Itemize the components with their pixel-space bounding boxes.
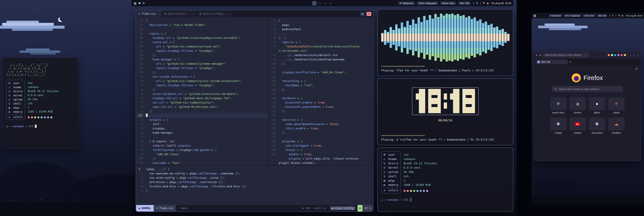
clock-widget[interactable]: Thu Aug 08, 18:18	[626, 15, 642, 17]
shortcut-search.nixos[interactable]: ❄search.nixos	[550, 97, 566, 114]
new-tab-button[interactable]: +	[570, 60, 571, 64]
shortcut-amazon[interactable]: aamazon	[570, 97, 586, 114]
visualizer-bar	[420, 22, 423, 53]
minimize-button[interactable]: ─	[630, 54, 631, 56]
status-pill[interactable]: P: Balanced	[549, 14, 562, 17]
shortcut-chat.openai[interactable]: ❋chat.openai	[589, 117, 605, 134]
bluetooth-icon[interactable]: ᛒ	[480, 2, 481, 5]
visualizer-bar	[454, 15, 456, 60]
workspace-tag-4[interactable]: 4	[328, 1, 332, 5]
vpn-icon[interactable]: ⚑	[618, 15, 620, 17]
pane-iso-image[interactable]: 1{2 pkgs,3 modulesPath,4 ...5}: {6 impor…	[269, 17, 373, 165]
tab-close-icon[interactable]: ×	[158, 13, 159, 15]
visualizer-bar	[392, 30, 395, 45]
fetch-row-user: ☻user	[384, 153, 398, 157]
power-icon[interactable]: ◉	[622, 15, 624, 17]
tab-close-icon[interactable]: ×	[230, 13, 231, 15]
launcher-icon[interactable]: ▦	[134, 2, 136, 5]
power-icon[interactable]: ◉	[487, 2, 489, 5]
shell-icon: $	[8, 102, 12, 105]
status-pill[interactable]: GPU: Integrated	[417, 1, 438, 5]
repo-segment[interactable]: ◉nixos-config	[330, 206, 355, 210]
close-button[interactable]: ×	[637, 54, 638, 56]
layout-icon[interactable]	[138, 2, 140, 4]
network-icon[interactable]: ⇅	[612, 15, 614, 17]
shortcut-chatgpt[interactable]: ❋chatgpt	[550, 117, 566, 134]
shortcut-cloudflare[interactable]: ☁cloudflare	[608, 117, 625, 134]
extension-icon[interactable]	[611, 54, 613, 56]
vim-icon: ◆	[138, 207, 140, 210]
fetch-row-hname: ⌂hname	[384, 157, 398, 161]
editor-tab[interactable]: ❄pkgs/default...×	[162, 10, 197, 17]
shell-prompt[interactable]: ⌂ → canopus ~ )))	[6, 125, 74, 128]
shell-prompt[interactable]: ⌂ → canopus ~ )))	[381, 198, 510, 201]
network-icon[interactable]: ⇅	[476, 2, 478, 5]
fetch-value-pkgs: 1	[404, 178, 437, 183]
window-controls: ─□×	[630, 54, 638, 56]
status-pill[interactable]: Bat: 100	[458, 1, 471, 5]
fetch-panel[interactable]: ☻user⌂hname❄distro⚙kernel◷uptime$shell▣p…	[377, 147, 513, 212]
shortcut-youtube[interactable]: ▶youtube	[570, 117, 586, 134]
shortcut-github[interactable]: ●github	[589, 97, 605, 114]
newtab-settings-icon[interactable]: ⚙	[635, 67, 638, 71]
volume-icon[interactable]: ♫	[472, 2, 474, 5]
code-line: 7 "${modulesPath}/installer/cd-dvd/insta…	[269, 44, 373, 49]
code-line: 3 nur.url = "github:nix-community/nur";	[136, 100, 268, 105]
editor-tab[interactable]: ❄hosts/isoImag...×	[197, 10, 234, 17]
tab-label: hosts/isoImag...	[202, 12, 228, 15]
editor-tab[interactable]: ❄flake.nix×	[136, 10, 162, 17]
extension-icon[interactable]	[621, 54, 623, 56]
account-icon[interactable]: ●	[536, 54, 538, 56]
workspace-tag-3[interactable]: 3	[323, 1, 327, 5]
pane-flake-nix[interactable]: 22{21 description = "tux's NixOS Flake";…	[136, 17, 269, 165]
kernel-icon: ⚙	[8, 94, 12, 97]
status-pill[interactable]: Bat: 100	[597, 14, 607, 17]
workspace-tag-1[interactable]: 1	[312, 1, 316, 5]
code-line: 22	[269, 113, 373, 118]
status-pill[interactable]: GPU: Integrated	[564, 14, 581, 17]
extension-icon[interactable]	[624, 54, 626, 56]
code-line: 21 description = "tux's NixOS Flake";	[136, 23, 268, 27]
statusbar-widgets: P: BalancedGPU: IntegratedHome: 6msBat: …	[549, 14, 642, 17]
fetch-label: hname	[13, 86, 21, 89]
shortcut-claude[interactable]: ✳claude	[608, 97, 625, 114]
code-line: 24 sudo.wheelNeedsPassword = false;	[269, 122, 373, 126]
buffer-close-button[interactable]: ×	[366, 12, 371, 16]
volume-icon[interactable]: ♫	[609, 15, 611, 17]
visualizer-bar	[415, 24, 417, 51]
url-bar[interactable]: Search with Google or enter address	[542, 53, 589, 57]
music-visualizer-panel[interactable]: ======================> Playing: ffee fo…	[377, 9, 513, 76]
workspace-tag-2[interactable]: 2	[318, 1, 322, 5]
maximize-button[interactable]: □	[634, 54, 635, 56]
music-note-icon: ♪	[444, 138, 447, 141]
extension-icon[interactable]	[618, 54, 620, 56]
editor-window[interactable]: ❄flake.nix×❄pkgs/default...×❄hosts/isoIm…	[136, 10, 374, 212]
pane-pkgs-default[interactable]: 1{pkgs, ...}: {1 tux-awesome-wm-config =…	[136, 165, 373, 205]
moon	[58, 17, 63, 22]
status-pill[interactable]: P: Balanced	[398, 1, 415, 5]
clock-widget[interactable]: Thu Aug 08, 18:18	[491, 2, 511, 5]
user-icon: ☻	[384, 153, 386, 157]
tab-new-tab[interactable]: New Tab	[536, 60, 568, 65]
repo-name: nixos-config	[335, 207, 354, 210]
search-input[interactable]: Search with Google or enter address	[552, 86, 623, 92]
status-pill[interactable]: Home: 8ms	[440, 1, 456, 5]
launcher-icon[interactable]: ▦	[533, 14, 536, 17]
status-pill[interactable]: Home: 6ms	[583, 14, 596, 17]
buffer-pick-button[interactable]: ◉	[360, 12, 365, 16]
tab-close-icon[interactable]: ×	[193, 13, 194, 15]
code-text: networking = {	[279, 79, 306, 83]
code-line: 13	[269, 75, 373, 79]
bluetooth-icon[interactable]: ᛒ	[615, 15, 617, 17]
code-line: 9 nix-vscode-extensions = {	[136, 75, 268, 79]
extension-icon[interactable]	[608, 54, 610, 56]
visualizer-bar	[401, 23, 403, 52]
code-text: n-cd-minimal.nix"	[279, 49, 307, 53]
vpn-icon[interactable]: ⚑	[483, 2, 485, 5]
clock-panel[interactable]: ██ ████ ██ ████ ███ █ █ █ ███ █ █ ██ ███…	[377, 78, 513, 145]
extension-icon[interactable]	[614, 54, 616, 56]
shield-icon[interactable]: ◈	[539, 54, 541, 57]
terminal-window[interactable]: _ ___ ____ _____ / | / (_) __ / __ \/ __…	[2, 58, 78, 149]
systray-icon[interactable]	[143, 2, 145, 4]
firefox-window[interactable]: ●◈ Search with Google or enter address ─…	[534, 51, 641, 161]
